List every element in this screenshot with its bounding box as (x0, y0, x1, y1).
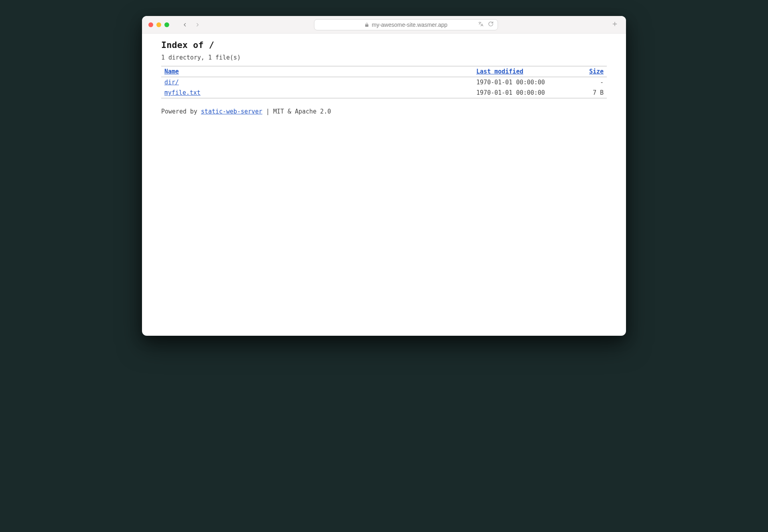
browser-window: my-awesome-site.wasmer.app Index of / 1 … (142, 16, 626, 336)
entry-link[interactable]: dir/ (164, 79, 179, 86)
forward-button[interactable] (195, 22, 200, 28)
chevron-right-icon (195, 22, 200, 28)
new-tab-button[interactable] (612, 20, 618, 29)
page-title: Index of / (161, 40, 607, 50)
entry-link[interactable]: myfile.txt (164, 89, 200, 96)
translate-icon[interactable] (478, 21, 484, 28)
plus-icon (612, 21, 618, 27)
footer-link[interactable]: static-web-server (201, 108, 262, 115)
maximize-window-button[interactable] (164, 22, 169, 27)
window-controls (148, 22, 169, 27)
footer-line: Powered by static-web-server | MIT & Apa… (161, 108, 607, 115)
minimize-window-button[interactable] (156, 22, 161, 27)
entry-modified: 1970-01-01 00:00:00 (473, 88, 562, 98)
refresh-icon[interactable] (488, 21, 494, 28)
table-header-row: Name Last modified Size (161, 66, 607, 77)
footer-suffix: | MIT & Apache 2.0 (262, 108, 331, 115)
sort-by-name-link[interactable]: Name (164, 68, 179, 75)
nav-arrows (182, 22, 200, 28)
sort-by-size-link[interactable]: Size (589, 68, 604, 75)
browser-chrome: my-awesome-site.wasmer.app (142, 16, 626, 34)
table-row: dir/ 1970-01-01 00:00:00 - (161, 77, 607, 88)
address-right-controls (478, 21, 494, 28)
address-url-group: my-awesome-site.wasmer.app (364, 22, 447, 28)
lock-icon (364, 22, 369, 27)
table-row: myfile.txt 1970-01-01 00:00:00 7 B (161, 88, 607, 98)
chevron-left-icon (182, 22, 188, 28)
address-url-text: my-awesome-site.wasmer.app (372, 22, 447, 28)
back-button[interactable] (182, 22, 188, 28)
footer-prefix: Powered by (161, 108, 201, 115)
page-content: Index of / 1 directory, 1 file(s) Name L… (142, 34, 626, 122)
close-window-button[interactable] (148, 22, 153, 27)
entry-size: - (562, 77, 607, 88)
entry-size: 7 B (562, 88, 607, 98)
summary-line: 1 directory, 1 file(s) (161, 54, 607, 61)
sort-by-modified-link[interactable]: Last modified (476, 68, 523, 75)
entry-modified: 1970-01-01 00:00:00 (473, 77, 562, 88)
address-bar[interactable]: my-awesome-site.wasmer.app (314, 19, 498, 30)
directory-listing-table: Name Last modified Size dir/ 1970-01-01 … (161, 66, 607, 98)
